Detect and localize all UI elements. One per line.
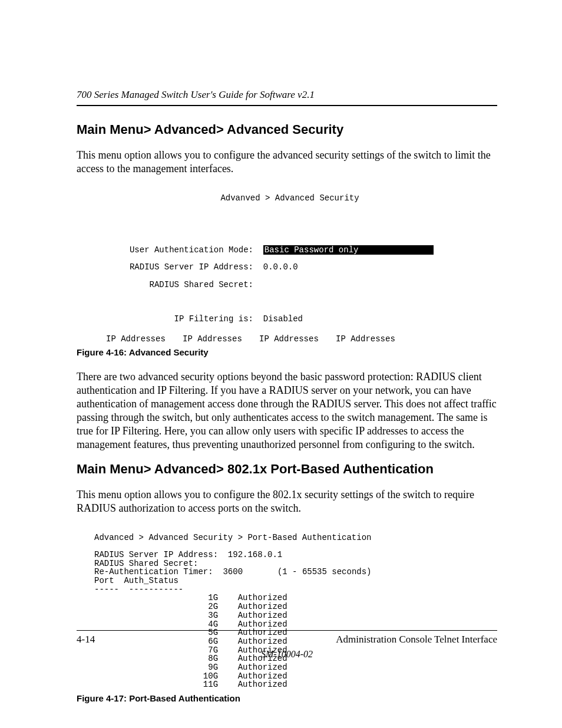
ip-address-columns: IP AddressesIP AddressesIP AddressesIP A… — [82, 335, 497, 344]
radius-ip-label: RADIUS Server IP Address: — [82, 263, 253, 272]
radius-ip-label-2: RADIUS Server IP Address: — [94, 550, 218, 559]
terminal-figure-4-16: Advanved > Advanced Security User Authen… — [82, 185, 497, 343]
radius-secret-label-2: RADIUS Shared Secret: — [94, 559, 198, 568]
radius-secret-label: RADIUS Shared Secret: — [82, 281, 253, 289]
page: 700 Series Managed Switch User's Guide f… — [0, 0, 562, 728]
col-dash-status: ----------- — [129, 585, 183, 594]
col-header-status: Auth_Status — [124, 576, 178, 585]
doc-number: SM-10004-02 — [77, 648, 497, 660]
terminal-title-2: Advanced > Advanced Security > Port-Base… — [94, 533, 371, 542]
reauth-timer-value: 3600 — [223, 567, 243, 577]
radius-ip-value: 0.0.0.0 — [263, 263, 298, 272]
terminal-figure-4-17: Advanced > Advanced Security > Port-Base… — [94, 525, 497, 689]
auth-mode-label: User Authentication Mode: — [82, 246, 253, 255]
terminal-title: Advanved > Advanced Security — [82, 194, 497, 203]
page-footer: 4-14 Administration Console Telnet Inter… — [77, 630, 497, 660]
reauth-timer-range: (1 - 65535 seconds) — [277, 567, 372, 577]
header-rule — [77, 105, 497, 106]
reauth-timer-label: Re-Authentication Timer: — [94, 567, 213, 577]
figure-caption-4-16: Figure 4-16: Advanced Security — [77, 347, 497, 358]
intro-paragraph-2: This menu option allows you to configure… — [77, 488, 497, 515]
running-header: 700 Series Managed Switch User's Guide f… — [77, 88, 497, 101]
auth-mode-value: Basic Password only — [263, 245, 434, 255]
footer-right-text: Administration Console Telnet Interface — [336, 633, 497, 646]
intro-paragraph-1: This menu option allows you to configure… — [77, 149, 497, 176]
section-heading-8021x: Main Menu> Advanced> 802.1x Port-Based A… — [77, 461, 497, 477]
radius-ip-value-2: 192.168.0.1 — [228, 550, 302, 559]
page-number: 4-14 — [77, 633, 95, 646]
footer-rule — [77, 630, 497, 631]
ip-filtering-label: IP Filtering is: — [82, 315, 253, 324]
col-header-port: Port — [94, 576, 114, 585]
body-paragraph-security: There are two advanced security options … — [77, 370, 497, 452]
section-heading-advanced-security: Main Menu> Advanced> Advanced Security — [77, 121, 497, 138]
ip-filtering-value: Disabled — [263, 315, 303, 324]
col-dash-port: ----- — [94, 585, 119, 594]
figure-caption-4-17: Figure 4-17: Port-Based Authentication — [77, 693, 497, 704]
